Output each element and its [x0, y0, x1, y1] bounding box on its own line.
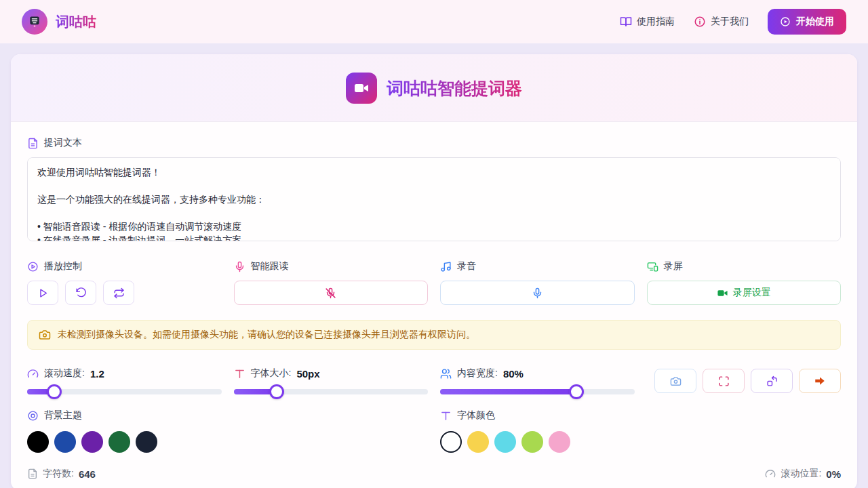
smart-follow-buttons: [234, 281, 429, 305]
color-swatch[interactable]: [549, 431, 570, 453]
nav-about-link[interactable]: 关于我们: [694, 16, 749, 28]
eye-icon: [27, 410, 39, 422]
text-icon: [234, 368, 245, 380]
record-audio-button[interactable]: [440, 281, 635, 305]
scroll-position-value: 0%: [826, 468, 841, 480]
play-control-label: 播放控制: [44, 260, 82, 272]
camera-warning-text: 未检测到摄像头设备。如需使用摄像头功能，请确认您的设备已连接摄像头并且浏览器有权…: [58, 329, 475, 341]
content-width-slider[interactable]: [440, 389, 635, 394]
background-theme-swatches: [27, 431, 428, 453]
themes-row: 背景主题 字体颜色: [27, 409, 841, 453]
status-bar: 字符数: 646 滚动位置: 0%: [27, 468, 841, 480]
background-theme-label: 背景主题: [44, 409, 82, 422]
mirror-flip-button[interactable]: [751, 369, 793, 393]
font-color-section: 字体颜色: [440, 409, 841, 453]
color-swatch[interactable]: [81, 431, 103, 453]
book-icon: [620, 16, 632, 28]
content-width-value: 80%: [503, 368, 524, 380]
script-text-label: 提词文本: [44, 137, 82, 149]
smart-follow-label: 智能跟读: [251, 260, 289, 272]
color-swatch[interactable]: [494, 431, 516, 453]
scroll-speed-slider[interactable]: [27, 389, 222, 394]
enter-prompter-button[interactable]: [799, 369, 841, 393]
font-color-label-row: 字体颜色: [440, 409, 841, 422]
font-size-value: 50px: [296, 368, 319, 380]
font-size-control: 字体大小: 50px: [234, 367, 429, 394]
smart-follow-label-row: 智能跟读: [234, 260, 429, 272]
color-swatch[interactable]: [136, 431, 157, 453]
nav-guide-link[interactable]: 使用指南: [620, 16, 675, 28]
main-card: 词咕咕智能提词器 提词文本 欢迎使用词咕咕智能提词器！ 这是一个功能强大的在线提…: [11, 54, 857, 488]
app-logo-icon: [22, 9, 47, 35]
scroll-speed-value: 1.2: [90, 368, 104, 380]
camera-warning-banner: 未检测到摄像头设备。如需使用摄像头功能，请确认您的设备已连接摄像头并且浏览器有权…: [27, 320, 841, 350]
slider-fill: [440, 389, 576, 394]
fullscreen-button[interactable]: [703, 369, 745, 393]
scroll-position-label: 滚动位置:: [781, 468, 821, 480]
font-color-swatches: [440, 431, 841, 453]
camera-icon: [39, 329, 51, 341]
scroll-speed-head: 滚动速度: 1.2: [27, 367, 222, 380]
start-using-label: 开始使用: [796, 16, 834, 28]
font-color-label: 字体颜色: [457, 409, 495, 422]
play-button[interactable]: [27, 281, 58, 305]
slider-thumb[interactable]: [47, 384, 62, 399]
color-swatch[interactable]: [440, 431, 462, 453]
color-swatch[interactable]: [521, 431, 543, 453]
gauge-icon: [27, 368, 39, 380]
play-control-section: 播放控制: [27, 260, 222, 305]
char-count-value: 646: [79, 468, 96, 480]
play-control-label-row: 播放控制: [27, 260, 222, 272]
smart-follow-section: 智能跟读: [234, 260, 429, 305]
record-audio-label: 录音: [457, 260, 476, 272]
loop-button[interactable]: [103, 281, 134, 305]
script-textarea[interactable]: 欢迎使用词咕咕智能提词器！ 这是一个功能强大的在线提词器，支持多种专业功能： •…: [27, 157, 841, 241]
background-theme-label-row: 背景主题: [27, 409, 428, 422]
gauge-icon: [765, 468, 776, 479]
record-screen-buttons: 录屏设置: [647, 281, 842, 305]
monitor-phone-icon: [647, 261, 658, 272]
play-buttons: [27, 281, 222, 305]
record-audio-section: 录音: [440, 260, 635, 305]
record-screen-section: 录屏 录屏设置: [647, 260, 842, 305]
record-audio-buttons: [440, 281, 635, 305]
font-size-slider[interactable]: [234, 389, 429, 394]
text-color-icon: [440, 410, 452, 422]
color-swatch[interactable]: [467, 431, 489, 453]
slider-thumb[interactable]: [569, 384, 584, 399]
record-audio-label-row: 录音: [440, 260, 635, 272]
navbar: 词咕咕 使用指南 关于我们 开始使用: [0, 0, 868, 43]
char-count-label: 字符数:: [43, 468, 74, 480]
color-swatch[interactable]: [27, 431, 49, 453]
card-content: 提词文本 欢迎使用词咕咕智能提词器！ 这是一个功能强大的在线提词器，支持多种专业…: [11, 122, 857, 488]
microphone-icon: [234, 261, 245, 272]
page-title: 词咕咕智能提词器: [387, 77, 522, 100]
content-width-label: 内容宽度:: [457, 367, 498, 380]
font-size-head: 字体大小: 50px: [234, 367, 429, 380]
info-icon: [694, 16, 706, 28]
reset-button[interactable]: [65, 281, 96, 305]
nav-links: 使用指南 关于我们 开始使用: [620, 9, 846, 35]
camera-preview-button[interactable]: [654, 369, 696, 393]
color-swatch[interactable]: [54, 431, 76, 453]
record-screen-label: 录屏: [664, 260, 683, 272]
play-circle-icon: [780, 16, 791, 27]
controls-row: 播放控制: [27, 260, 841, 305]
mic-off-button[interactable]: [234, 281, 429, 305]
tool-buttons: [647, 369, 842, 393]
document-icon: [27, 138, 39, 149]
char-count: 字符数: 646: [27, 468, 96, 480]
screen-record-settings-button[interactable]: 录屏设置: [647, 281, 842, 305]
color-swatch[interactable]: [108, 431, 130, 453]
hero-header: 词咕咕智能提词器: [11, 54, 857, 122]
font-size-label: 字体大小:: [251, 367, 292, 380]
scroll-speed-label: 滚动速度:: [44, 367, 85, 380]
brand: 词咕咕: [22, 9, 96, 35]
start-using-button[interactable]: 开始使用: [768, 9, 846, 35]
app-title: 词咕咕: [56, 13, 96, 31]
users-icon: [440, 368, 452, 380]
scroll-position: 滚动位置: 0%: [765, 468, 841, 480]
slider-thumb[interactable]: [269, 384, 284, 399]
play-circle-icon: [27, 261, 39, 272]
record-screen-label-row: 录屏: [647, 260, 842, 272]
